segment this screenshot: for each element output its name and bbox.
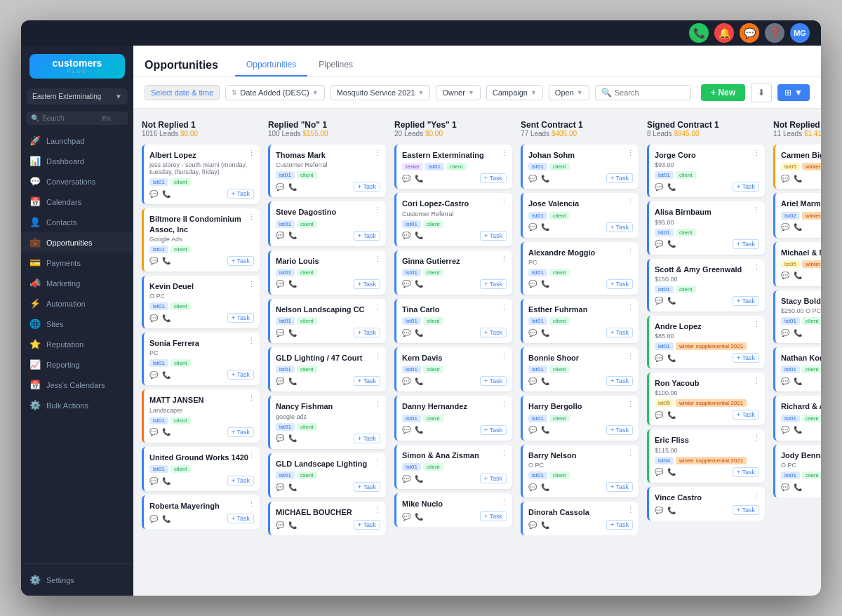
card-chat-icon[interactable]: 💬 — [655, 240, 663, 248]
card-phone-icon[interactable]: 📞 — [162, 371, 171, 379]
card-chat-icon[interactable]: 💬 — [402, 280, 410, 288]
card-phone-icon[interactable]: 📞 — [288, 232, 297, 239]
card-task-button[interactable]: + Task — [480, 173, 507, 183]
card-menu-icon[interactable]: ⋮ — [627, 506, 634, 515]
kanban-card[interactable]: Scott & Amy Greenwald ⋮ $150.00 lst01cli… — [647, 259, 765, 312]
card-phone-icon[interactable]: 📞 — [541, 483, 549, 491]
sidebar-item-settings[interactable]: ⚙️ Settings — [21, 570, 133, 590]
card-phone-icon[interactable]: 📞 — [667, 183, 676, 191]
card-menu-icon[interactable]: ⋮ — [627, 246, 634, 255]
card-chat-icon[interactable]: 💬 — [149, 428, 158, 436]
kanban-card[interactable]: Richard & Ann Sierra ⋮ lst01client 💬 📞 +… — [773, 396, 821, 440]
card-phone-icon[interactable]: 📞 — [794, 483, 802, 491]
card-menu-icon[interactable]: ⋮ — [248, 149, 255, 158]
sidebar-item-opportunities[interactable]: 💼 Opportunities — [21, 232, 133, 253]
card-task-button[interactable]: + Task — [227, 370, 254, 380]
card-chat-icon[interactable]: 💬 — [528, 521, 537, 529]
search-input[interactable] — [615, 88, 685, 97]
card-chat-icon[interactable]: 💬 — [149, 257, 158, 265]
card-menu-icon[interactable]: ⋮ — [374, 206, 382, 215]
card-phone-icon[interactable]: 📞 — [162, 515, 171, 523]
card-chat-icon[interactable]: 💬 — [276, 280, 284, 288]
topbar-phone-icon[interactable]: 📞 — [689, 23, 709, 43]
card-menu-icon[interactable]: ⋮ — [500, 351, 508, 361]
card-phone-icon[interactable]: 📞 — [162, 190, 171, 198]
card-task-button[interactable]: + Task — [354, 434, 380, 443]
card-task-button[interactable]: + Task — [480, 474, 507, 483]
kanban-card[interactable]: Ariel Marmolejos ⋮ lst02winter supplemen… — [773, 193, 821, 237]
card-task-button[interactable]: + Task — [227, 189, 254, 199]
kanban-card[interactable]: Kevin Deuel ⋮ O PC lst01client 💬 📞 + Tas… — [142, 276, 260, 328]
kanban-card[interactable]: Kern Davis ⋮ lst01client 💬 📞 + Task — [394, 347, 512, 391]
card-task-button[interactable]: + Task — [606, 173, 633, 183]
sidebar-item-bulk[interactable]: ⚙️ Bulk Actions — [21, 395, 133, 415]
card-task-button[interactable]: + Task — [354, 328, 380, 337]
card-task-button[interactable]: + Task — [480, 231, 507, 241]
card-chat-icon[interactable]: 💬 — [655, 468, 663, 476]
card-phone-icon[interactable]: 📞 — [667, 468, 676, 476]
card-menu-icon[interactable]: ⋮ — [500, 449, 508, 458]
kanban-card[interactable]: Cori Lopez-Castro ⋮ Customer Referral ls… — [394, 193, 512, 246]
card-chat-icon[interactable]: 💬 — [149, 515, 158, 523]
kanban-card[interactable]: Thomas Mark ⋮ Customer Referral lst01cli… — [268, 145, 386, 197]
card-chat-icon[interactable]: 💬 — [781, 377, 789, 385]
card-chat-icon[interactable]: 💬 — [528, 426, 537, 434]
card-phone-icon[interactable]: 📞 — [541, 280, 549, 288]
card-menu-icon[interactable]: ⋮ — [248, 500, 255, 509]
kanban-card[interactable]: Nelson Landscaping CC ⋮ lst01client 💬 📞 … — [268, 299, 386, 343]
card-chat-icon[interactable]: 💬 — [402, 232, 410, 239]
sidebar-item-payments[interactable]: 💳 Payments — [21, 253, 133, 273]
card-task-button[interactable]: + Task — [354, 520, 380, 530]
card-chat-icon[interactable]: 💬 — [781, 426, 789, 434]
kanban-card[interactable]: Michael & Natalia Arrington ⋮ lst05winte… — [773, 242, 821, 286]
card-task-button[interactable]: + Task — [227, 476, 254, 486]
card-task-button[interactable]: + Task — [606, 328, 633, 337]
card-chat-icon[interactable]: 💬 — [276, 377, 284, 385]
card-chat-icon[interactable]: 💬 — [528, 280, 537, 288]
kanban-card[interactable]: Simon & Ana Zisman ⋮ lst01client 💬 📞 + T… — [394, 445, 512, 489]
date-picker-button[interactable]: Select date & time — [145, 85, 220, 100]
kanban-card[interactable]: Biltmore II Condominium Assoc, Inc ⋮ Goo… — [142, 208, 260, 272]
sidebar-item-marketing[interactable]: 📣 Marketing — [21, 273, 133, 293]
kanban-card[interactable]: GLD Landscape Lighting ⋮ lst01client 💬 📞… — [268, 453, 386, 497]
sidebar-item-launchpad[interactable]: 🚀 Launchpad — [21, 130, 133, 151]
new-button[interactable]: + New — [701, 84, 745, 101]
card-phone-icon[interactable]: 📞 — [541, 377, 549, 385]
card-menu-icon[interactable]: ⋮ — [500, 400, 508, 409]
card-menu-icon[interactable]: ⋮ — [248, 337, 255, 346]
kanban-card[interactable]: Steve Dagostino ⋮ lst01client 💬 📞 + Task — [268, 201, 386, 246]
card-chat-icon[interactable]: 💬 — [781, 329, 789, 337]
card-task-button[interactable]: + Task — [606, 279, 633, 289]
card-phone-icon[interactable]: 📞 — [541, 426, 549, 434]
kanban-card[interactable]: Eastern Exterminating ⋮ testerlst01clien… — [394, 145, 512, 189]
kanban-card[interactable]: Harry Bergollo ⋮ lst01client 💬 📞 + Task — [521, 396, 639, 440]
card-task-button[interactable]: + Task — [480, 425, 507, 435]
card-task-button[interactable]: + Task — [480, 328, 507, 337]
card-task-button[interactable]: + Task — [733, 410, 759, 420]
card-phone-icon[interactable]: 📞 — [794, 175, 802, 182]
card-task-button[interactable]: + Task — [733, 505, 759, 515]
kanban-card[interactable]: Nancy Fishman ⋮ google ads lst01client 💬… — [268, 396, 386, 448]
kanban-card[interactable]: Mario Louis ⋮ lst01client 💬 📞 + Task — [268, 250, 386, 295]
card-phone-icon[interactable]: 📞 — [288, 483, 297, 491]
card-task-button[interactable]: + Task — [733, 296, 759, 306]
card-task-button[interactable]: + Task — [733, 467, 759, 477]
kanban-card[interactable]: Alexandre Moggio ⋮ PC lst01client 💬 📞 + … — [521, 242, 639, 295]
sidebar-item-calendars[interactable]: 📅 Calendars — [21, 192, 133, 212]
kanban-card[interactable]: Albert Lopez ⋮ jess storey - south miami… — [142, 145, 260, 204]
sidebar-item-reporting[interactable]: 📈 Reporting — [21, 354, 133, 375]
card-menu-icon[interactable]: ⋮ — [374, 400, 382, 409]
card-task-button[interactable]: + Task — [606, 222, 633, 232]
card-task-button[interactable]: + Task — [733, 353, 759, 363]
card-task-button[interactable]: + Task — [733, 182, 759, 192]
card-chat-icon[interactable]: 💬 — [528, 175, 537, 182]
card-phone-icon[interactable]: 📞 — [415, 232, 423, 239]
card-task-button[interactable]: + Task — [227, 514, 254, 523]
view-toggle-button[interactable]: ⊞ ▼ — [777, 84, 810, 101]
card-task-button[interactable]: + Task — [354, 279, 380, 289]
sidebar-item-reputation[interactable]: ⭐ Reputation — [21, 334, 133, 354]
card-chat-icon[interactable]: 💬 — [781, 175, 789, 182]
card-phone-icon[interactable]: 📞 — [415, 426, 423, 434]
kanban-card[interactable]: Vince Castro ⋮ 💬 📞 + Task — [647, 487, 765, 521]
card-task-button[interactable]: + Task — [480, 376, 507, 386]
